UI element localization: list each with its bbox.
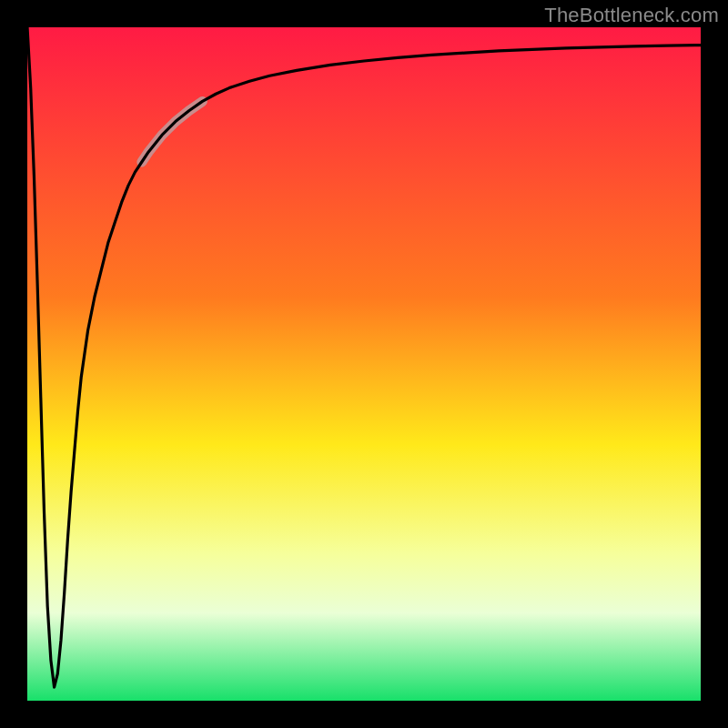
- chart-frame: TheBottleneck.com: [0, 0, 728, 728]
- gradient-background: [27, 27, 701, 701]
- plot-area: [27, 27, 701, 701]
- chart-svg: [27, 27, 701, 701]
- watermark-text: TheBottleneck.com: [544, 4, 719, 27]
